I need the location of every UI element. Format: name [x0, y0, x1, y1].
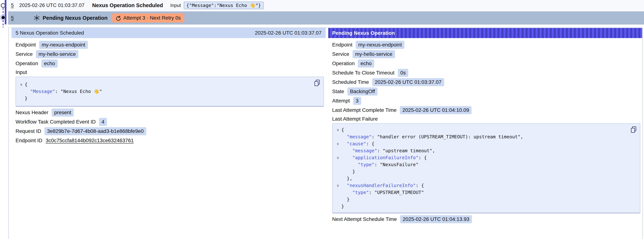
endpoint-id-link[interactable]: 3c0c75ccfa8144b092c13ce632463761: [46, 138, 134, 144]
code-gutter: [18, 95, 25, 102]
collapse-chevron-icon[interactable]: ∨: [334, 140, 342, 147]
field-next-attempt-schedule-time: Next Attempt Schedule Time 2025-02-26 UT…: [332, 215, 642, 223]
code-gutter: [334, 189, 342, 196]
collapse-chevron-icon[interactable]: ∨: [334, 154, 342, 161]
json-value: : "Nexus Echo 👋": [55, 88, 102, 95]
json-value: : "upstream timeout",: [377, 147, 435, 154]
field-value-badge: 3e829b7e-7d67-4b08-aad3-b1e868bfe9e0: [44, 127, 146, 135]
code-gutter: [334, 134, 342, 140]
retry-icon: [115, 15, 121, 21]
failure-json-viewer: ∨{ "message": "handler error (UPSTREAM_T…: [332, 123, 640, 214]
collapse-chevron-icon[interactable]: ∨: [18, 81, 25, 88]
timeline-selected-node-icon[interactable]: [2, 16, 5, 19]
json-value: }: [342, 203, 344, 210]
event-row-nexus-operation-scheduled[interactable]: 5 2025-02-26 UTC 01:03:37.07 Nexus Opera…: [8, 0, 644, 11]
asterisk-pending-icon: [34, 15, 40, 21]
json-key: "message": [352, 147, 377, 154]
right-panel-title: Pending Nexus Operation: [332, 30, 395, 36]
field-value-badge: my-nexus-endpoint: [356, 41, 404, 49]
json-value: : {: [418, 154, 427, 161]
json-key: "type": [352, 189, 369, 196]
code-line: "type": "NexusFailure": [334, 161, 629, 168]
json-value: : "UPSTREAM_TIMEOUT": [369, 189, 424, 196]
left-panel-timestamp: 2025-02-26 UTC 01:03:37.07: [255, 30, 322, 36]
field-value-badge: my-nexus-endpoint: [39, 41, 88, 49]
field-value-badge: my-hello-service: [36, 50, 78, 58]
event-id-link[interactable]: 5: [11, 2, 14, 8]
field-value-badge: 3: [353, 97, 361, 105]
field-label: Service: [332, 51, 349, 57]
input-section-label: Input: [16, 69, 326, 76]
code-gutter: [334, 203, 342, 210]
right-panel-header: Pending Nexus Operation: [328, 28, 642, 38]
json-key: "nexusHandlerFailureInfo": [347, 182, 416, 189]
field-service: Service my-hello-service: [16, 50, 326, 58]
field-value-badge: BackingOff: [348, 88, 378, 96]
event-detail-container: 5 Nexus Operation Scheduled 2025-02-26 U…: [8, 28, 643, 239]
code-gutter: [334, 168, 342, 175]
code-line: ∨ "nexusHandlerFailureInfo": {: [334, 182, 629, 189]
field-label: Workflow Task Completed Event ID: [16, 119, 96, 125]
code-line: ∨ "applicationFailureInfo": {: [334, 154, 629, 161]
json-value: : "handler error (UPSTREAM_TIMEOUT): ups…: [372, 134, 523, 140]
field-value-badge: present: [52, 108, 74, 116]
code-line: "message": "upstream timeout",: [334, 147, 629, 154]
field-label: Operation: [332, 60, 355, 66]
field-label: Endpoint ID: [16, 138, 42, 144]
field-label: Endpoint: [332, 42, 352, 48]
field-label: Request ID: [16, 128, 41, 134]
code-gutter: [334, 147, 342, 154]
event-id-link[interactable]: 5: [11, 15, 14, 21]
panel-pending-nexus-operation: Pending Nexus Operation Endpoint my-nexu…: [328, 28, 642, 239]
field-value-badge: my-hello-service: [352, 50, 395, 58]
field-operation: Operation echo: [332, 60, 642, 68]
code-gutter: [334, 196, 342, 203]
json-key: "Message": [30, 88, 55, 95]
field-nexus-header: Nexus Header present: [16, 108, 326, 116]
collapse-chevron-icon[interactable]: ∨: [334, 126, 342, 134]
event-input-value-badge[interactable]: {"Message":"Nexus Echo 👋"}: [184, 2, 264, 9]
code-line: }: [334, 203, 629, 210]
json-value: {: [25, 81, 28, 88]
field-endpoint: Endpoint my-nexus-endpoint: [332, 41, 642, 49]
input-json-viewer: ∨{ "Message": "Nexus Echo 👋"}: [16, 77, 324, 107]
code-line: "message": "handler error (UPSTREAM_TIME…: [334, 134, 629, 140]
panel-nexus-operation-scheduled: 5 Nexus Operation Scheduled 2025-02-26 U…: [12, 28, 326, 239]
code-line: "Message": "Nexus Echo 👋": [18, 88, 312, 95]
field-label: Last Attempt Complete Time: [332, 107, 397, 113]
left-panel-title: 5 Nexus Operation Scheduled: [16, 30, 84, 36]
code-gutter: [334, 175, 342, 182]
last-attempt-failure-label: Last Attempt Failure: [332, 116, 642, 122]
event-title: Pending Nexus Operation: [43, 15, 108, 21]
field-value-badge: echo: [358, 60, 374, 68]
field-label: Operation: [16, 60, 38, 66]
code-line: "type": "UPSTREAM_TIMEOUT": [334, 189, 629, 196]
field-value-badge: echo: [41, 60, 58, 68]
field-value-badge: 2025-02-26 UTC 01:03:37.07: [372, 78, 444, 86]
field-value-badge: 2025-02-26 UTC 01:04:10.09: [400, 106, 472, 114]
selected-event-accent-bar: [5, 0, 6, 24]
retry-status-badge: Attempt 3 · Next Retry 0s: [112, 13, 184, 22]
collapse-chevron-icon[interactable]: ∨: [334, 182, 342, 189]
field-service: Service my-hello-service: [332, 50, 642, 58]
copy-button[interactable]: [314, 79, 321, 87]
timeline-open-node-icon[interactable]: [1, 4, 5, 8]
copy-button[interactable]: [630, 126, 638, 134]
code-line: ∨{: [18, 81, 312, 88]
field-schedule-to-close-timeout: Schedule To Close Timeout 0s: [332, 69, 642, 77]
event-row-pending-nexus-operation[interactable]: 5 Pending Nexus Operation Attempt 3 · Ne…: [8, 11, 644, 24]
json-value: }: [347, 196, 350, 203]
field-label: Service: [16, 51, 32, 57]
field-label: Schedule To Close Timeout: [332, 70, 394, 76]
field-label: Next Attempt Schedule Time: [332, 216, 397, 222]
code-gutter: [334, 161, 342, 168]
json-value: : {: [416, 182, 424, 189]
retry-badge-text: Attempt 3 · Next Retry 0s: [124, 15, 181, 21]
code-line: ∨ "cause": {: [334, 140, 629, 147]
field-label: Nexus Header: [16, 110, 48, 116]
field-endpoint: Endpoint my-nexus-endpoint: [16, 41, 326, 49]
right-panel-body: Endpoint my-nexus-endpoint Service my-he…: [328, 38, 642, 224]
json-key: "applicationFailureInfo": [352, 154, 418, 161]
field-value-badge: 0s: [398, 69, 408, 77]
code-line: }: [18, 95, 312, 102]
